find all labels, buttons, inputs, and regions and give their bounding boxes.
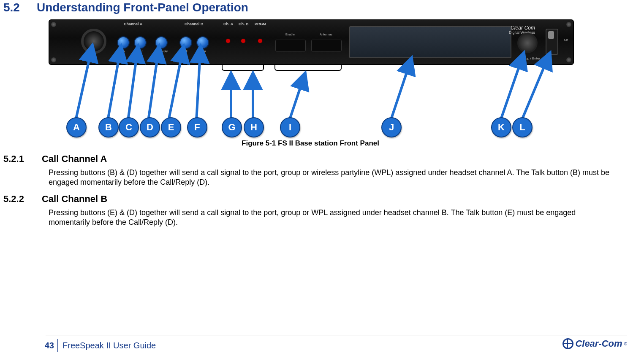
callout-h: H (244, 117, 264, 137)
svg-line-9 (391, 57, 412, 121)
subsection-title: Call Channel B (42, 194, 107, 205)
callout-k: K (491, 117, 511, 137)
device-front-panel: Headset Channel A Talk Listen Call/Reply… (49, 19, 574, 65)
footer-logo-text: Clear-Com (575, 338, 622, 349)
callout-e: E (161, 117, 181, 137)
screw-icon (566, 22, 571, 27)
section-number: 5.2 (3, 1, 20, 14)
callout-b: B (98, 117, 119, 137)
lcd-display (349, 26, 511, 58)
antennas-label: Antennas (311, 33, 341, 36)
enable-switches (275, 40, 306, 51)
callout-l: L (512, 117, 533, 137)
callout-a: A (66, 117, 87, 137)
subsection-body: Pressing buttons (E) & (D) together will… (49, 208, 619, 228)
subsection-title: Call Channel A (42, 154, 107, 164)
subsection-heading: 5.2.2 Call Channel B (3, 194, 644, 205)
screw-icon (51, 57, 56, 62)
enable-label: Enable (275, 33, 305, 36)
bracket-i (274, 64, 342, 71)
footer-logo: Clear-Com® (562, 338, 627, 349)
clb-label: Ch. B (239, 22, 249, 26)
callout-j: J (381, 117, 402, 137)
subsection-number: 5.2.2 (3, 194, 24, 205)
setup-enter-label: Set up / Enter (519, 57, 540, 60)
headset-jack-icon (81, 29, 106, 54)
listen-b-label: Listen (195, 50, 209, 53)
listen-b-button (196, 36, 209, 49)
footer-title: FreeSpeak II User Guide (62, 339, 156, 352)
subsection-number: 5.2.1 (3, 154, 24, 164)
figure-caption: Figure 5-1 FS II Base station Front Pane… (49, 139, 572, 148)
call-reply-button (155, 36, 168, 49)
section-heading: 5.2 Understanding Front-Panel Operation (0, 0, 644, 14)
svg-line-8 (289, 73, 305, 121)
callout-g: G (222, 117, 242, 137)
antenna-switches (311, 40, 342, 51)
subsection-heading: 5.2.1 Call Channel A (3, 154, 644, 164)
channel-a-label: Channel A (124, 22, 142, 26)
callout-d: D (140, 117, 160, 137)
screw-icon (51, 22, 56, 27)
page-footer: 43 FreeSpeak II User Guide Clear-Com® (0, 336, 644, 358)
bracket-gh (222, 64, 264, 71)
subsection-5-2-2: 5.2.2 Call Channel B Pressing buttons (E… (3, 194, 644, 228)
power-switch (546, 29, 558, 55)
rotary-knob (517, 33, 538, 53)
subsection-body: Pressing buttons (B) & (D) together will… (49, 168, 619, 188)
headset-label: Headset (83, 57, 96, 60)
brand-name: Clear-Com (511, 25, 535, 31)
led-cla-icon (226, 39, 230, 43)
talk-a-button (117, 36, 130, 49)
prgm-label: PRGM (255, 22, 266, 26)
call-reply-label: Call/Reply (152, 50, 169, 53)
callout-i: I (280, 117, 300, 137)
listen-a-label: Listen (132, 50, 147, 53)
talk-b-button (179, 36, 192, 49)
figure-block: Headset Channel A Talk Listen Call/Reply… (49, 19, 589, 148)
led-prgm-icon (258, 39, 262, 43)
talk-a-label: Talk (115, 50, 130, 53)
callout-f: F (187, 117, 207, 137)
page-number: 43 (36, 339, 58, 352)
cla-label: Ch. A (223, 22, 233, 26)
screw-icon (566, 57, 571, 62)
footer-rule (46, 336, 627, 336)
section-title: Understanding Front-Panel Operation (37, 1, 248, 14)
globe-icon (562, 338, 573, 349)
callout-c: C (119, 117, 139, 137)
channel-b-label: Channel B (185, 22, 204, 26)
subsection-5-2-1: 5.2.1 Call Channel A Pressing buttons (B… (3, 154, 644, 188)
led-clb-icon (241, 39, 245, 43)
talk-b-label: Talk (178, 50, 192, 53)
listen-a-button (134, 36, 147, 49)
switch-on-label: On (560, 27, 568, 53)
